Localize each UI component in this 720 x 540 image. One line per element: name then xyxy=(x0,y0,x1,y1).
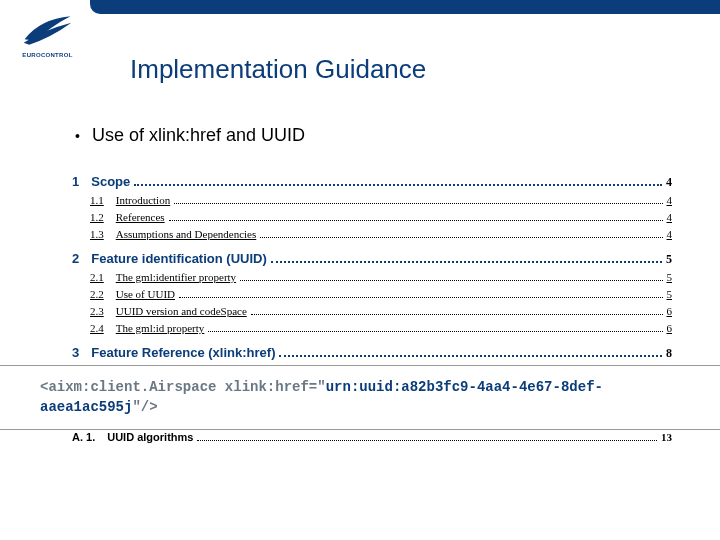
toc-dots xyxy=(174,203,662,204)
toc-sub-label: Introduction xyxy=(116,194,170,206)
toc-sub-label: UUID version and codeSpace xyxy=(116,305,247,317)
toc-section-label: Scope xyxy=(91,174,130,189)
bullet-dot: • xyxy=(75,128,80,144)
code-tag-open: <aixm:client.Airspace xyxy=(40,379,225,395)
logo: EUROCONTROL xyxy=(20,10,75,58)
toc-sub-item: 2.3 UUID version and codeSpace 6 xyxy=(90,305,672,318)
toc-sub-label: The gml:id property xyxy=(116,322,205,334)
toc-sub-item: 2.2 Use of UUID 5 xyxy=(90,288,672,301)
toc-sub-number: 2.4 xyxy=(90,322,104,334)
toc-page: 6 xyxy=(667,322,673,334)
toc-dots xyxy=(260,237,662,238)
toc-page: 6 xyxy=(667,305,673,317)
toc-sub-number: 2.3 xyxy=(90,305,104,317)
toc-section-number: 3 xyxy=(72,345,79,360)
toc-dots xyxy=(271,261,662,263)
toc-sub-item: 1.2 References 4 xyxy=(90,211,672,224)
toc-dots xyxy=(197,440,657,441)
toc-page: 4 xyxy=(666,175,672,190)
toc-sub-item: 1.3 Assumptions and Dependencies 4 xyxy=(90,228,672,241)
toc-page: 5 xyxy=(667,288,673,300)
toc-page: 4 xyxy=(667,211,673,223)
toc-sub-number: 2.2 xyxy=(90,288,104,300)
toc-sub-item: 2.1 The gml:identifier property 5 xyxy=(90,271,672,284)
code-attr: xlink:href= xyxy=(225,379,317,395)
toc-sub-number: 1.2 xyxy=(90,211,104,223)
toc-appendix: A. 1. UUID algorithms 13 xyxy=(72,431,672,444)
toc-page: 13 xyxy=(661,431,672,443)
toc-section: 2 Feature identification (UUID) 5 xyxy=(72,251,672,267)
toc-page: 5 xyxy=(666,252,672,267)
toc-dots xyxy=(279,355,662,357)
toc-sub-label: Use of UUID xyxy=(116,288,175,300)
toc-dots xyxy=(208,331,662,332)
header-bar xyxy=(90,0,720,14)
code-snippet: <aixm:client.Airspace xlink:href="urn:uu… xyxy=(0,365,720,430)
bullet-text: Use of xlink:href and UUID xyxy=(92,125,305,146)
toc-page: 5 xyxy=(667,271,673,283)
bullet-list: • Use of xlink:href and UUID xyxy=(75,125,720,146)
toc-section-number: 1 xyxy=(72,174,79,189)
toc-section-number: 2 xyxy=(72,251,79,266)
toc-dots xyxy=(251,314,663,315)
toc-sub-number: 1.3 xyxy=(90,228,104,240)
toc-section-label: Feature Reference (xlink:href) xyxy=(91,345,275,360)
toc-sub-number: 1.1 xyxy=(90,194,104,206)
toc-sub-label: The gml:identifier property xyxy=(116,271,236,283)
toc-appendix-label: UUID algorithms xyxy=(107,431,193,443)
bullet-item: • Use of xlink:href and UUID xyxy=(75,125,720,146)
toc-section: 1 Scope 4 xyxy=(72,174,672,190)
logo-text: EUROCONTROL xyxy=(22,52,72,58)
toc-sub-item: 1.1 Introduction 4 xyxy=(90,194,672,207)
code-close: "/> xyxy=(132,399,157,415)
toc-page: 8 xyxy=(666,346,672,361)
toc-page: 4 xyxy=(667,228,673,240)
code-value-prefix: urn:uuid: xyxy=(326,379,402,395)
toc-sub-label: Assumptions and Dependencies xyxy=(116,228,257,240)
toc-sub-number: 2.1 xyxy=(90,271,104,283)
toc-sub-label: References xyxy=(116,211,165,223)
page-title: Implementation Guidance xyxy=(130,54,720,85)
toc-section: 3 Feature Reference (xlink:href) 8 xyxy=(72,345,672,361)
toc-dots xyxy=(134,184,662,186)
code-quote: " xyxy=(317,379,325,395)
toc-section-label: Feature identification (UUID) xyxy=(91,251,267,266)
toc-dots xyxy=(240,280,662,281)
toc-page: 4 xyxy=(667,194,673,206)
toc-dots xyxy=(179,297,662,298)
toc-sub-item: 2.4 The gml:id property 6 xyxy=(90,322,672,335)
logo-icon xyxy=(20,10,75,50)
toc-appendix-number: A. 1. xyxy=(72,431,95,443)
toc-dots xyxy=(169,220,663,221)
